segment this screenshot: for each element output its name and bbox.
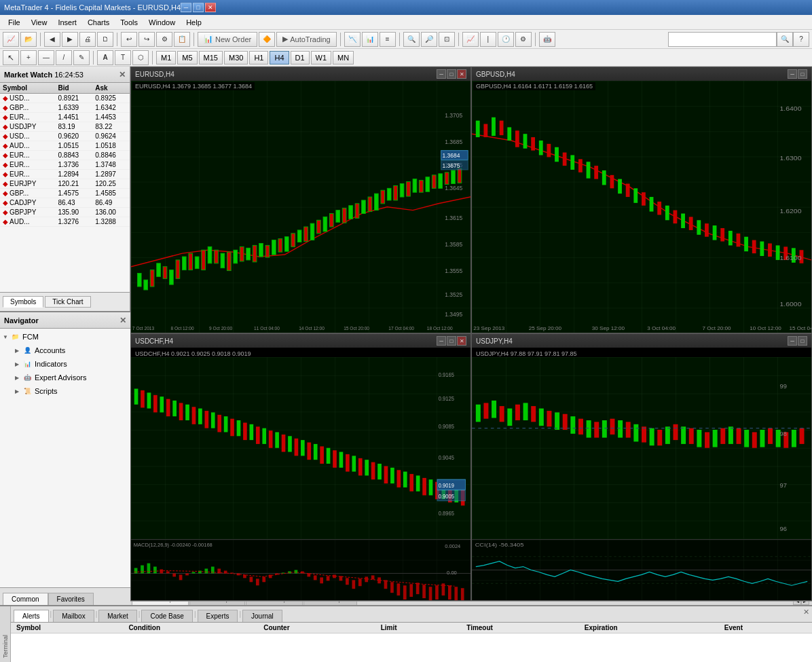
chart-usdjpy-max[interactable]: □: [798, 336, 807, 346]
term-tab-market[interactable]: Market: [98, 610, 137, 622]
minimize-button[interactable]: ─: [181, 3, 191, 12]
search-button[interactable]: 🔍: [777, 32, 793, 47]
period-sep-btn[interactable]: |: [480, 32, 496, 47]
chart-eurusd-body[interactable]: EURUSD,H4 1.3679 1.3685 1.3677 1.3684: [131, 81, 470, 333]
nav-tree-item-fcm[interactable]: ▼ 📁 FCM: [1, 330, 129, 344]
clock-btn[interactable]: 🕐: [498, 32, 514, 47]
chart-btn-2[interactable]: 📊: [362, 32, 378, 47]
menu-charts[interactable]: Charts: [82, 17, 115, 28]
market-watch-row[interactable]: ◆GBP... 1.6339 1.6342: [0, 103, 130, 113]
new-chart-button[interactable]: 📈: [3, 32, 19, 47]
tline-tool[interactable]: /: [56, 50, 72, 65]
market-watch-row[interactable]: ◆AUD... 1.3276 1.3288: [0, 217, 130, 227]
chart-gbpusd-body[interactable]: GBPUSD,H4 1.6164 1.6171 1.6159 1.6165: [472, 81, 811, 333]
close-button[interactable]: ✕: [205, 3, 216, 12]
chart-gbpusd-max[interactable]: □: [798, 69, 807, 79]
tf-m15[interactable]: M15: [199, 51, 223, 65]
chart-eurusd-min[interactable]: ─: [437, 69, 446, 79]
zoom-out-button[interactable]: 🔎: [421, 32, 437, 47]
menu-view[interactable]: View: [26, 17, 53, 28]
text2-tool[interactable]: T: [115, 50, 131, 65]
nav-tree-item-accounts[interactable]: ▶ 👤 Accounts: [1, 344, 129, 357]
chart-btn-1[interactable]: 📉: [344, 32, 361, 47]
mw-tab-tick[interactable]: Tick Chart: [45, 296, 90, 308]
market-watch-row[interactable]: ◆USDJPY 83.19 83.22: [0, 122, 130, 132]
search-input[interactable]: [668, 32, 777, 47]
new-order-button[interactable]: 📊 New Order: [198, 32, 257, 47]
crosshair-tool[interactable]: +: [20, 50, 37, 65]
chart-gbpusd-min[interactable]: ─: [788, 69, 797, 79]
chart-usdchf-max[interactable]: □: [447, 336, 456, 346]
print-button[interactable]: 🖨: [79, 32, 96, 47]
terminal-close[interactable]: ✕: [803, 608, 809, 617]
tf-h1[interactable]: H1: [249, 51, 268, 65]
nav-tree-item-expert-advisors[interactable]: ▶ 🤖 Expert Advisors: [1, 371, 129, 384]
term-tab-alerts[interactable]: Alerts: [14, 610, 49, 622]
experts-btn[interactable]: 🤖: [539, 32, 555, 47]
templates-button[interactable]: 📋: [174, 32, 190, 47]
chart-eurusd-close[interactable]: ✕: [457, 69, 466, 79]
market-watch-row[interactable]: ◆USD... 0.8921 0.8925: [0, 94, 130, 103]
tf-mn[interactable]: MN: [333, 51, 354, 65]
market-watch-row[interactable]: ◆EUR... 1.2894 1.2897: [0, 170, 130, 179]
market-watch-row[interactable]: ◆EUR... 0.8843 0.8846: [0, 151, 130, 160]
undo-button[interactable]: ↩: [121, 32, 137, 47]
terminal-side-label[interactable]: Terminal: [2, 635, 9, 658]
tf-m1[interactable]: M1: [156, 51, 176, 65]
maximize-button[interactable]: □: [193, 3, 204, 12]
mw-tab-symbols[interactable]: Symbols: [3, 296, 43, 308]
indicator-btn[interactable]: 📈: [462, 32, 479, 47]
market-watch-row[interactable]: ◆CADJPY 86.43 86.49: [0, 198, 130, 208]
search-extra-btn[interactable]: ?: [793, 32, 809, 47]
cursor-tool[interactable]: ↖: [3, 50, 19, 65]
market-watch-row[interactable]: ◆AUD... 1.0515 1.0518: [0, 141, 130, 151]
tf-d1[interactable]: D1: [291, 51, 310, 65]
tf-m5[interactable]: M5: [177, 51, 197, 65]
term-tab-codebase[interactable]: Code Base: [141, 610, 192, 622]
chart-usdchf-min[interactable]: ─: [437, 336, 446, 346]
market-watch-row[interactable]: ◆EUR... 1.3736 1.3748: [0, 160, 130, 170]
chart-usdchf-close[interactable]: ✕: [457, 336, 466, 346]
autotrading-button[interactable]: ▶ AutoTrading: [276, 32, 337, 47]
menu-tools[interactable]: Tools: [115, 17, 143, 28]
hline-tool[interactable]: —: [38, 50, 54, 65]
nav-tree-item-scripts[interactable]: ▶ 📜 Scripts: [1, 384, 129, 398]
menu-insert[interactable]: Insert: [52, 17, 82, 28]
navigator-close[interactable]: ✕: [119, 316, 126, 325]
back-button[interactable]: ◀: [44, 32, 60, 47]
expand-tool[interactable]: ⬡: [132, 50, 149, 65]
market-watch-row[interactable]: ◆GBPJPY 135.90 136.00: [0, 208, 130, 217]
nav-tab-common[interactable]: Common: [3, 593, 48, 605]
menu-window[interactable]: Window: [143, 17, 181, 28]
print-preview-button[interactable]: 🗋: [97, 32, 113, 47]
market-watch-row[interactable]: ◆GBP... 1.4575 1.4585: [0, 189, 130, 198]
text-tool[interactable]: A: [97, 50, 113, 65]
market-watch-row[interactable]: ◆EURJPY 120.21 120.25: [0, 179, 130, 189]
term-tab-experts[interactable]: Experts: [198, 610, 238, 622]
open-button[interactable]: 📂: [20, 32, 37, 47]
term-tab-journal[interactable]: Journal: [242, 610, 282, 622]
menu-help[interactable]: Help: [181, 17, 207, 28]
redo-button[interactable]: ↪: [139, 32, 155, 47]
tf-h4[interactable]: H4: [270, 51, 289, 65]
tf-m30[interactable]: M30: [224, 51, 248, 65]
zoom-in-button[interactable]: 🔍: [403, 32, 420, 47]
market-watch-row[interactable]: ◆EUR... 1.4451 1.4453: [0, 113, 130, 122]
nav-tree-item-indicators[interactable]: ▶ 📊 Indicators: [1, 357, 129, 371]
chart-usdchf-body[interactable]: USDCHF,H4 0.9021 0.9025 0.9018 0.9019: [131, 348, 470, 600]
forward-button[interactable]: ▶: [62, 32, 78, 47]
market-watch-row[interactable]: ◆USD... 0.9620 0.9624: [0, 132, 130, 141]
market-watch-close[interactable]: ✕: [119, 70, 126, 79]
menu-file[interactable]: File: [3, 17, 26, 28]
gold-button[interactable]: 🔶: [259, 32, 275, 47]
nav-tab-favorites[interactable]: Favorites: [48, 593, 94, 605]
chart-btn-3[interactable]: ≡: [380, 32, 396, 47]
draw-tool[interactable]: ✎: [73, 50, 90, 65]
chart-usdjpy-min[interactable]: ─: [788, 336, 797, 346]
properties-button[interactable]: ⚙: [156, 32, 172, 47]
chart-eurusd-max[interactable]: □: [447, 69, 456, 79]
fit-button[interactable]: ⊡: [439, 32, 455, 47]
chart-usdjpy-body[interactable]: USDJPY,H4 97.88 97.91 97.81 97.85: [472, 348, 811, 600]
term-tab-mailbox[interactable]: Mailbox: [53, 610, 94, 622]
tf-w1[interactable]: W1: [311, 51, 332, 65]
